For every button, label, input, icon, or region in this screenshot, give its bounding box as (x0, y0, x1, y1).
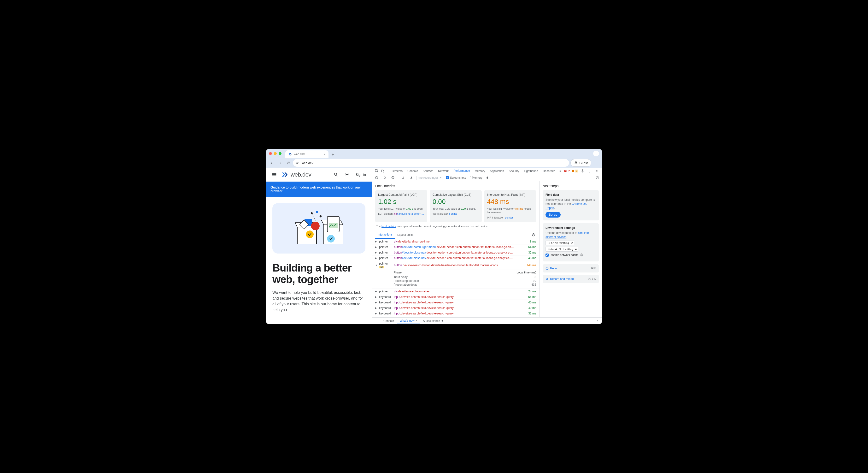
interaction-row[interactable]: ▼pointer INPbutton.devsite-search-button… (372, 261, 539, 270)
settings-icon[interactable] (579, 169, 586, 173)
more-tabs-icon[interactable]: » (557, 168, 563, 174)
lcp-value: 1.02 s (378, 198, 425, 206)
device-toolbar-icon[interactable] (379, 168, 386, 174)
setup-button[interactable]: Set up (546, 212, 561, 217)
theme-toggle-icon[interactable] (343, 171, 351, 178)
next-steps-heading: Next steps (542, 184, 599, 188)
tab-application[interactable]: Application (488, 168, 506, 174)
maximize-window[interactable] (279, 152, 281, 155)
close-tab-icon[interactable]: × (324, 152, 326, 156)
forward-button[interactable] (277, 159, 283, 166)
more-icon[interactable]: ⋮ (587, 169, 593, 173)
svg-line-27 (533, 234, 534, 236)
network-throttle-select[interactable]: Network: No throttling (546, 247, 578, 252)
address-bar[interactable]: web.dev (293, 159, 569, 167)
webdev-logo-icon (281, 171, 289, 178)
window-dropdown[interactable]: ⌄ (593, 151, 599, 156)
record-icon[interactable] (373, 176, 379, 179)
hero-section: Building a better web, together We want … (266, 197, 372, 319)
svg-point-21 (582, 171, 583, 172)
svg-point-1 (335, 173, 337, 175)
interaction-row[interactable]: ▶keyboard input.devsite-search-field.dev… (372, 305, 539, 311)
minimize-window[interactable] (274, 152, 277, 155)
interaction-row[interactable]: ▶keyboard input.devsite-search-field.dev… (372, 294, 539, 300)
gc-icon[interactable] (484, 176, 491, 179)
tab-memory[interactable]: Memory (472, 168, 488, 174)
tab-recorder[interactable]: Recorder (540, 168, 557, 174)
tab-security[interactable]: Security (506, 168, 522, 174)
interaction-row[interactable]: ▶keyboard input.devsite-search-field.dev… (372, 311, 539, 316)
drawer-whats-new[interactable]: What's new × (397, 318, 420, 324)
browser-toolbar: web.dev Guest ⋮ (266, 158, 602, 168)
hero-body: We want to help you build beautiful, acc… (272, 290, 365, 313)
perf-settings-icon[interactable] (594, 176, 600, 179)
tab-elements[interactable]: Elements (388, 168, 405, 174)
close-window[interactable] (269, 152, 272, 155)
upload-icon[interactable] (400, 176, 406, 179)
lcp-card: Largest Contentful Paint (LCP) 1.02 s Yo… (375, 190, 427, 223)
svg-point-8 (306, 231, 314, 238)
close-devtools-icon[interactable]: × (594, 169, 600, 173)
drawer-console[interactable]: Console (381, 318, 396, 324)
hamburger-menu-icon[interactable] (271, 171, 278, 178)
error-badge[interactable]: × 2 (564, 169, 571, 173)
interactions-table: ▶pointer div.devsite-landing-row-inner8 … (372, 239, 539, 316)
reload-record-icon[interactable] (381, 176, 388, 179)
sign-in-button[interactable]: Sign in (354, 173, 367, 177)
drawer-tabs: ⋮ Console What's new × AI assistance × (372, 317, 602, 324)
record-action[interactable]: Record ⌘ E (542, 264, 599, 272)
tab-performance[interactable]: Performance (451, 168, 472, 174)
inp-interaction-link[interactable]: pointer (505, 216, 513, 219)
cpu-throttle-select[interactable]: CPU: No throttling (546, 241, 574, 245)
browser-menu-button[interactable]: ⋮ (593, 159, 599, 166)
clear-interactions-icon[interactable] (532, 233, 536, 237)
svg-rect-16 (319, 215, 322, 217)
screenshots-checkbox[interactable]: Screenshots (446, 176, 466, 179)
env-settings-card: Environment settings Use the device tool… (542, 223, 599, 261)
site-logo[interactable]: web.dev (281, 171, 311, 178)
site-brand-text: web.dev (290, 171, 311, 178)
site-header: web.dev Sign in (266, 168, 372, 182)
tab-network[interactable]: Network (436, 168, 451, 174)
site-settings-icon[interactable] (296, 161, 299, 165)
search-icon[interactable] (332, 171, 340, 178)
interaction-row[interactable]: ▶pointer button#devsite-close-nav.devsit… (372, 250, 539, 256)
browser-tab[interactable]: web.dev × (285, 150, 329, 158)
interaction-row[interactable]: ▶pointer button#devsite-hamburger-menu.d… (372, 244, 539, 250)
svg-point-22 (375, 177, 378, 179)
tab-title: web.dev (294, 152, 305, 156)
svg-rect-12 (329, 223, 338, 228)
interaction-row[interactable]: ▶pointer div.devsite-landing-row-inner8 … (372, 239, 539, 244)
disable-cache-checkbox[interactable]: Disable network cache (546, 253, 579, 257)
cls-shifts-link[interactable]: 3 shifts (448, 212, 457, 215)
interaction-row[interactable]: ▶keyboard input.devsite-search-field.dev… (372, 300, 539, 305)
subtab-layout-shifts[interactable]: Layout shifts (395, 231, 416, 238)
titlebar: web.dev × + ⌄ (266, 149, 602, 158)
reload-button[interactable] (285, 159, 291, 166)
subtab-interactions[interactable]: Interactions (375, 231, 395, 239)
tab-sources[interactable]: Sources (420, 168, 436, 174)
drawer-ai-assistance[interactable]: AI assistance (421, 318, 446, 324)
tab-lighthouse[interactable]: Lighthouse (522, 168, 540, 174)
memory-checkbox[interactable]: Memory (468, 176, 482, 179)
help-icon[interactable]: ⓘ (580, 253, 583, 257)
browser-window: web.dev × + ⌄ web.dev Guest ⋮ web.d (266, 149, 602, 324)
new-tab-button[interactable]: + (330, 151, 336, 158)
back-button[interactable] (269, 159, 275, 166)
interaction-row[interactable]: ▶pointer button#devsite-close-nav.devsit… (372, 256, 539, 261)
clear-icon[interactable] (390, 176, 396, 179)
download-icon[interactable] (408, 176, 414, 179)
inspect-element-icon[interactable] (373, 168, 379, 174)
profile-button[interactable]: Guest (570, 159, 591, 167)
interaction-row[interactable]: ▶pointer div.devsite-search-container24 … (372, 289, 539, 294)
svg-line-17 (312, 213, 316, 223)
record-reload-action[interactable]: Record and reload ⌘ ⇧ E (542, 275, 599, 283)
drawer-menu-icon[interactable]: ⋮ (374, 319, 380, 323)
local-metrics-link[interactable]: local metrics (381, 225, 396, 228)
devtools-panel: Elements Console Sources Network Perform… (372, 168, 602, 324)
recordings-dropdown[interactable]: (no recordings) (418, 176, 438, 179)
warning-badge[interactable]: 2 (572, 169, 578, 173)
inp-card: Interaction to Next Paint (INP) 448 ms Y… (484, 190, 536, 223)
close-drawer-icon[interactable]: × (595, 319, 600, 323)
tab-console[interactable]: Console (405, 168, 420, 174)
